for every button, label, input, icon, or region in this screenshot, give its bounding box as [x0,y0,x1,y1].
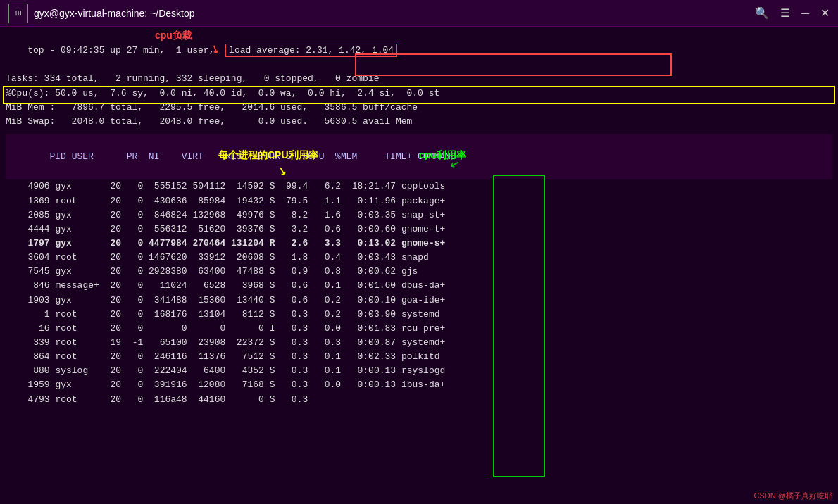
table-row: 864 root 20 0 246116 11376 7512 S 0.3 0.… [6,350,832,364]
table-row: 1903 gyx 20 0 341488 15360 13440 S 0.6 0… [6,294,832,308]
top-info-pre: top - 09:42:35 up 27 min, 1 user, [27,45,225,56]
terminal-content: top - 09:42:35 up 27 min, 1 user, load a… [0,27,838,410]
title-bar-left: ⊞ gyx@gyx-virtual-machine: ~/Desktop [8,4,195,23]
table-row: 1369 root 20 0 430636 85984 19432 S 79.5… [6,194,832,208]
swap-line: MiB Swap: 2048.0 total, 2048.0 free, 0.0… [6,115,832,129]
terminal-icon: ⊞ [8,4,28,23]
menu-button[interactable]: ☰ [780,6,790,20]
cpu-line: %Cpu(s): 50.0 us, 7.6 sy, 0.0 ni, 40.0 i… [6,87,832,101]
process-list: 4906 gyx 20 0 555152 504112 14592 S 99.4… [6,179,832,406]
watermark: CSDN @橘子真好吃耶 [754,491,832,501]
table-row: 880 syslog 20 0 222404 6400 4352 S 0.3 0… [6,364,832,378]
table-row: 1 root 20 0 168176 13104 8112 S 0.3 0.2 … [6,308,832,322]
annotation-cpu-load: cpu负载 [155,30,192,42]
close-button[interactable]: ✕ [820,6,830,20]
mem-line: MiB Mem : 7896.7 total, 2295.5 free, 201… [6,101,832,115]
search-button[interactable]: 🔍 [755,6,769,20]
table-row: 4793 root 20 0 116a48 44160 0 S 0.3 [6,393,832,407]
table-row: 1959 gyx 20 0 391916 12080 7168 S 0.3 0.… [6,378,832,392]
table-row: 846 message+ 20 0 11024 6528 3968 S 0.6 … [6,279,832,293]
table-row: 339 root 19 -1 65100 23908 22372 S 0.3 0… [6,336,832,350]
table-row: 3604 root 20 0 1467620 33912 20608 S 1.8… [6,251,832,265]
icon-char: ⊞ [15,7,21,19]
table-row: 4906 gyx 20 0 555152 504112 14592 S 99.4… [6,179,832,194]
window-title: gyx@gyx-virtual-machine: ~/Desktop [34,8,195,19]
load-average-value: load average: 2.31, 1.42, 1.04 [225,44,397,57]
tasks-line: Tasks: 334 total, 2 running, 332 sleepin… [6,72,832,86]
table-row: 7545 gyx 20 0 2928380 63400 47488 S 0.9 … [6,265,832,279]
table-row: 16 root 20 0 0 0 0 I 0.3 0.0 0:01.83 rcu… [6,322,832,336]
annotation-per-process-cpu: 每个进程的CPU利用率 [218,149,318,162]
table-row: 4444 gyx 20 0 556312 51620 39376 S 3.2 0… [6,222,832,237]
title-bar-controls: 🔍 ☰ ─ ✕ [755,6,830,20]
table-row: 1797 gyx 20 0 4477984 270464 131204 R 2.… [6,237,832,251]
top-info-line: top - 09:42:35 up 27 min, 1 user, load a… [6,30,832,72]
title-bar: ⊞ gyx@gyx-virtual-machine: ~/Desktop 🔍 ☰… [0,0,838,27]
minimize-button[interactable]: ─ [801,7,809,20]
table-row: 2085 gyx 20 0 846824 132968 49976 S 8.2 … [6,208,832,222]
